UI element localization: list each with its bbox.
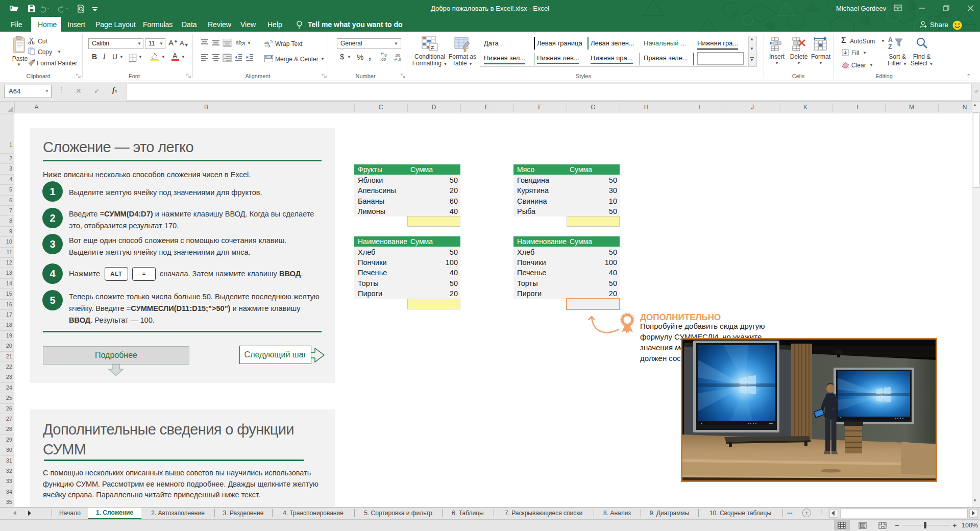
svg-text:.0: .0: [398, 57, 401, 61]
svg-text:ab: ab: [236, 40, 242, 45]
svg-text:ab: ab: [264, 40, 269, 45]
svg-text:.00: .00: [380, 57, 386, 61]
svg-text:Z: Z: [888, 43, 892, 51]
svg-text:≠: ≠: [431, 44, 434, 51]
svg-text:A: A: [888, 36, 893, 43]
